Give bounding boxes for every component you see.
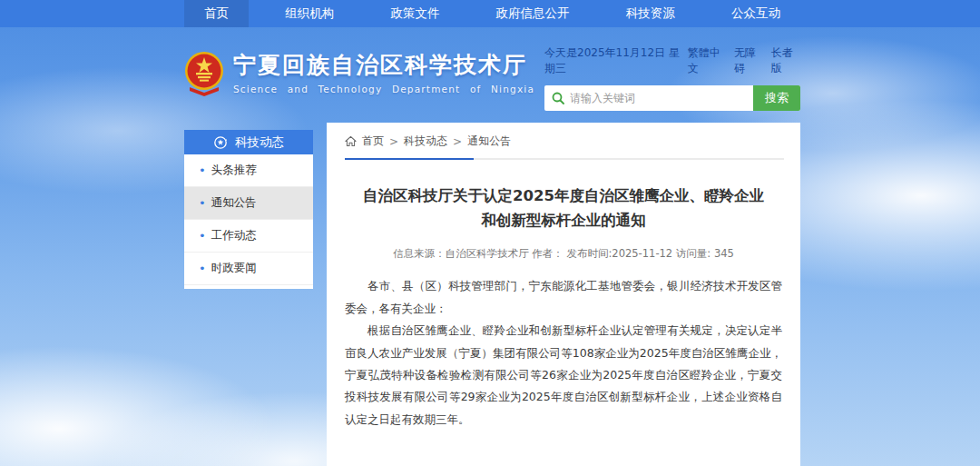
sidebar-item-notices[interactable]: 通知公告 <box>184 187 313 220</box>
breadcrumb-notices[interactable]: 通知公告 <box>467 134 511 149</box>
search-box: 搜索 <box>544 85 800 111</box>
article-body: 各市、县（区）科技管理部门，宁东能源化工基地管委会，银川经济技术开发区管委会，各… <box>345 275 782 431</box>
breadcrumb-separator: > <box>389 135 398 148</box>
nav-item-tech-resources[interactable]: 科技资源 <box>606 0 695 27</box>
article-paragraph: 根据自治区雏鹰企业、瞪羚企业和创新型标杆企业认定管理有关规定，决定认定半亩良人农… <box>345 320 782 431</box>
national-emblem-logo <box>184 51 224 96</box>
search-icon <box>552 92 564 104</box>
breadcrumb-separator: > <box>453 135 462 148</box>
home-icon <box>345 135 357 147</box>
sidebar-item-headlines[interactable]: 头条推荐 <box>184 154 313 187</box>
link-traditional-chinese[interactable]: 繁體中文 <box>688 45 727 76</box>
sidebar-item-work-updates[interactable]: 工作动态 <box>184 220 313 253</box>
sidebar-item-politics-news[interactable]: 时政要闻 <box>184 253 313 285</box>
search-button[interactable]: 搜索 <box>753 85 800 111</box>
nav-item-home[interactable]: 首页 <box>184 0 249 27</box>
site-title: 宁夏回族自治区科学技术厅 <box>233 51 534 79</box>
article-title-line2: 和创新型标杆企业的通知 <box>345 208 782 233</box>
tech-news-icon <box>213 135 228 150</box>
sidebar-title: 科技动态 <box>235 134 284 151</box>
link-accessibility[interactable]: 无障碍 <box>734 45 763 76</box>
breadcrumb-tech-news[interactable]: 科技动态 <box>404 134 447 149</box>
sidebar-menu: 头条推荐 通知公告 工作动态 时政要闻 <box>184 154 313 289</box>
nav-item-policy-documents[interactable]: 政策文件 <box>370 0 459 27</box>
nav-item-organization[interactable]: 组织机构 <box>265 0 354 27</box>
breadcrumb-home[interactable]: 首页 <box>362 134 384 149</box>
top-navigation-inner: 首页 组织机构 政策文件 政府信息公开 科技资源 公众互动 <box>184 0 800 27</box>
site-header: 宁夏回族自治区科学技术厅 Science and Technology Depa… <box>184 27 800 123</box>
breadcrumb-divider <box>345 158 784 160</box>
main-panel: 首页 > 科技动态 > 通知公告 自治区科技厅关于认定2025年度自治区雏鹰企业… <box>327 123 800 466</box>
breadcrumb: 首页 > 科技动态 > 通知公告 <box>345 134 782 158</box>
article-paragraph: 各市、县（区）科技管理部门，宁东能源化工基地管委会，银川经济技术开发区管委会，各… <box>345 275 782 320</box>
link-senior-version[interactable]: 长者版 <box>771 45 800 76</box>
sidebar-header: 科技动态 <box>184 130 313 154</box>
site-title-block: 宁夏回族自治区科学技术厅 Science and Technology Depa… <box>233 51 534 94</box>
article-meta: 信息来源：自治区科学技术厅 作者： 发布时间:2025-11-12 访问量: 3… <box>345 247 782 261</box>
top-navigation-bar: 首页 组织机构 政策文件 政府信息公开 科技资源 公众互动 <box>0 0 980 27</box>
site-subtitle: Science and Technology Department of Nin… <box>233 84 534 94</box>
content-area: 科技动态 头条推荐 通知公告 工作动态 时政要闻 首页 > 科技动态 > 通知公… <box>184 123 800 466</box>
site-brand: 宁夏回族自治区科学技术厅 Science and Technology Depa… <box>184 51 534 96</box>
article-title-line1: 自治区科技厅关于认定2025年度自治区雏鹰企业、瞪羚企业 <box>345 183 782 208</box>
article-title: 自治区科技厅关于认定2025年度自治区雏鹰企业、瞪羚企业 和创新型标杆企业的通知 <box>345 183 782 233</box>
search-input[interactable] <box>570 86 753 110</box>
current-date-text: 今天是2025年11月12日 星期三 <box>544 45 688 76</box>
header-utility-area: 今天是2025年11月12日 星期三 繁體中文 无障碍 长者版 搜索 <box>544 45 800 111</box>
nav-item-public-interaction[interactable]: 公众互动 <box>711 0 800 27</box>
sidebar: 科技动态 头条推荐 通知公告 工作动态 时政要闻 <box>184 130 313 289</box>
nav-item-government-info[interactable]: 政府信息公开 <box>476 0 590 27</box>
